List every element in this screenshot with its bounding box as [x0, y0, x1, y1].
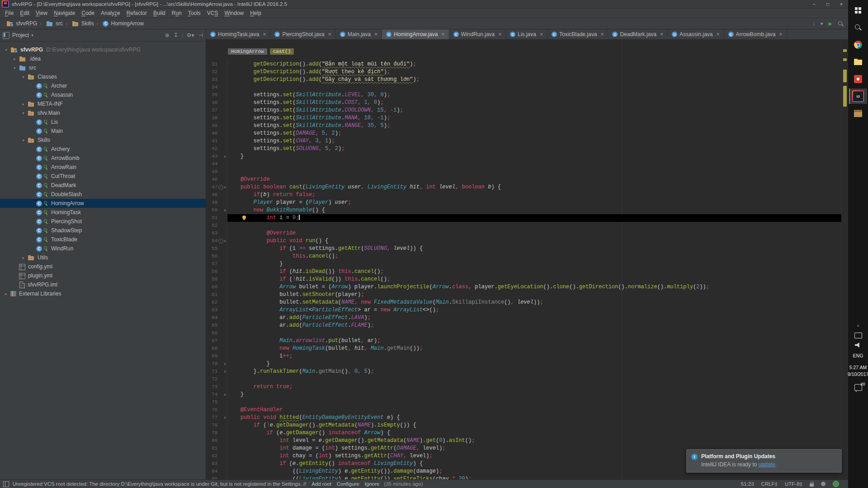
line-number[interactable]: 77	[206, 414, 217, 422]
line-number[interactable]: 83	[206, 460, 217, 468]
line-number[interactable]: 46	[206, 176, 217, 183]
close-icon[interactable]: ×	[716, 31, 719, 38]
line-number[interactable]: 76	[206, 406, 217, 414]
code-line-38[interactable]: 38 settings.set(SkillAttribute.MANA, 10,…	[206, 114, 842, 122]
language-indicator[interactable]: ENG	[853, 353, 863, 358]
code-text[interactable]: Player player = (Player) user;	[227, 199, 842, 206]
line-number[interactable]: 66	[206, 329, 217, 337]
code-line-34[interactable]: 34	[206, 84, 842, 91]
line-number[interactable]: 65	[206, 322, 217, 329]
lock-icon[interactable]	[810, 482, 814, 487]
project-panel-title[interactable]: Project	[12, 32, 29, 38]
close-icon[interactable]: ×	[442, 31, 445, 38]
fold-marker-icon[interactable]: ∨	[224, 414, 226, 422]
code-line-70[interactable]: 70∧ }	[206, 360, 842, 368]
taskbar-app-package[interactable]	[849, 106, 867, 121]
code-line-73[interactable]: 73 return true;	[206, 383, 842, 391]
chevron-collapsed-icon[interactable]: ▸	[12, 57, 17, 61]
code-text[interactable]: bullet.setMetadata(NAME, new FixedMetada…	[227, 299, 842, 306]
code-text[interactable]: }.runTaskTimer(Main.getMain(), 0, 5);	[227, 368, 842, 375]
taskbar-app-intellij[interactable]: IJ	[849, 89, 867, 104]
code-text[interactable]	[227, 160, 842, 168]
line-number[interactable]: 78	[206, 422, 217, 429]
line-number[interactable]: 60	[206, 283, 217, 291]
line-number[interactable]: 85	[206, 475, 217, 479]
code-line-54[interactable]: 54↑∨ public void run() {	[206, 237, 842, 245]
line-number[interactable]: 72	[206, 375, 217, 383]
maximize-button[interactable]: □	[821, 0, 835, 8]
line-separator-indicator[interactable]: CRLF‡	[761, 481, 778, 487]
taskbar-app-start[interactable]	[849, 3, 867, 18]
code-text[interactable]: }	[227, 153, 842, 160]
line-number[interactable]: 51	[206, 214, 217, 222]
code-text[interactable]	[227, 375, 842, 383]
line-number[interactable]: 44	[206, 160, 217, 168]
overrides-method-icon[interactable]: ↑	[218, 239, 223, 244]
code-line-76[interactable]: 76 @EventHandler	[206, 406, 842, 414]
code-line-80[interactable]: 80 int level = e.getDamager().getMetadat…	[206, 437, 842, 445]
code-line-58[interactable]: 58 if (hit.isDead()) this.cancel();	[206, 268, 842, 276]
line-number[interactable]: 31	[206, 61, 217, 68]
menu-item-tools[interactable]: Tools	[185, 10, 204, 16]
chevron-expanded-icon[interactable]: ▾	[4, 48, 9, 52]
error-stripe[interactable]	[841, 40, 848, 479]
code-line-59[interactable]: 59 if (!hit.isValid()) this.cancel();	[206, 276, 842, 283]
monitor-icon[interactable]	[854, 333, 862, 338]
close-icon[interactable]: ×	[328, 31, 331, 38]
menu-item-build[interactable]: Build	[150, 10, 169, 16]
breadcrumb-item-homingarrow[interactable]: CHomingArrow	[100, 20, 145, 27]
code-text[interactable]: Main.arrowlist.put(bullet, ar);	[227, 337, 842, 345]
gear-icon[interactable]: ⚙▾	[187, 32, 194, 38]
code-text[interactable]: int level = e.getDamager().getMetadata(N…	[227, 437, 842, 445]
encoding-indicator[interactable]: UTF-8‡	[785, 481, 802, 487]
line-number[interactable]: 73	[206, 383, 217, 391]
line-number[interactable]: 79	[206, 429, 217, 437]
chevron-expanded-icon[interactable]: ▾	[21, 138, 26, 142]
tree-item-arrowrain[interactable]: CArrowRain	[0, 163, 206, 172]
tab-toxicblade.java[interactable]: CToxicBlade.java×	[547, 29, 608, 39]
code-line-67[interactable]: 67 Main.arrowlist.put(bullet, ar);	[206, 337, 842, 345]
code-text[interactable]: }	[227, 360, 842, 368]
tab-assassin.java[interactable]: CAssassin.java×	[668, 29, 724, 39]
close-icon[interactable]: ×	[600, 31, 604, 38]
warning-stripe-mark[interactable]	[843, 58, 847, 61]
warning-stripe-mark[interactable]	[843, 86, 847, 107]
code-line-66[interactable]: 66	[206, 329, 842, 337]
menu-item-refactor[interactable]: Refactor	[123, 10, 150, 16]
code-editor[interactable]: 31 getDescription().add("Bắn một loạt mũ…	[206, 61, 842, 479]
close-icon[interactable]: ×	[263, 31, 266, 38]
run-icon[interactable]: ▶	[829, 21, 832, 27]
code-line-61[interactable]: 61 bullet.setShooter(player);	[206, 291, 842, 299]
menu-item-run[interactable]: Run	[169, 10, 185, 16]
code-line-74[interactable]: 74∧ }	[206, 391, 842, 399]
menu-item-analyze[interactable]: Analyze	[98, 10, 123, 16]
caret-position[interactable]: 51:23	[741, 481, 754, 487]
search-icon[interactable]	[838, 21, 844, 27]
code-line-39[interactable]: 39 settings.set(SkillAttribute.RANGE, 35…	[206, 122, 842, 130]
line-number[interactable]: 59	[206, 276, 217, 283]
code-line-63[interactable]: 63 ArrayList<ParticleEffect> ar = new Ar…	[206, 306, 842, 314]
breadcrumb-chip-cast-[interactable]: cast()	[270, 48, 294, 55]
hide-panel-icon[interactable]: ⊣	[198, 32, 203, 38]
line-number[interactable]: 82	[206, 452, 217, 460]
code-line-60[interactable]: 60 Arrow bullet = (Arrow) player.launchP…	[206, 283, 842, 291]
menu-item-code[interactable]: Code	[78, 10, 98, 16]
breadcrumb-chip-homingarrow[interactable]: HomingArrow	[228, 48, 267, 55]
line-number[interactable]: 39	[206, 122, 217, 130]
code-text[interactable]: public void run() {	[227, 237, 842, 245]
tree-item-lis[interactable]: CLis	[0, 117, 206, 127]
line-number[interactable]: 36	[206, 99, 217, 107]
intention-bulb-icon[interactable]	[242, 216, 246, 220]
line-number[interactable]: 70	[206, 360, 217, 368]
close-button[interactable]: ×	[835, 0, 848, 8]
code-line-31[interactable]: 31 getDescription().add("Bắn một loạt mũ…	[206, 61, 842, 68]
code-line-71[interactable]: 71∧ }.runTaskTimer(Main.getMain(), 0, 5)…	[206, 368, 842, 375]
code-line-46[interactable]: 46 @Override	[206, 176, 842, 183]
code-text[interactable]: settings.set(SkillAttribute.MANA, 10, -1…	[227, 114, 842, 122]
tree-item-toxicblade[interactable]: CToxicBlade	[0, 235, 206, 244]
line-number[interactable]: 50	[206, 206, 217, 214]
fold-marker-icon[interactable]: ∧	[224, 153, 226, 160]
tree-item-doubleslash[interactable]: CDoubleSlash	[0, 190, 206, 199]
code-text[interactable]: i++;	[227, 352, 842, 360]
code-line-42[interactable]: 42 settings.set(SOLUONG, 5, 2);	[206, 145, 842, 153]
